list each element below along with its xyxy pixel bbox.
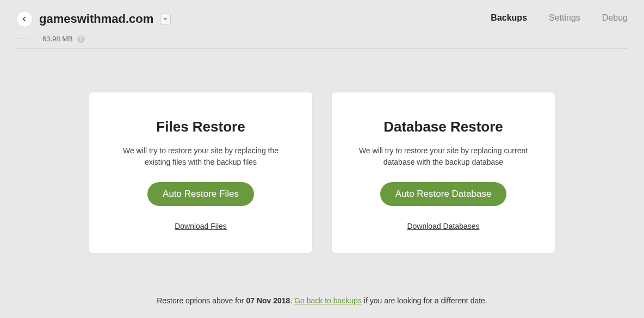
footer-note: Restore options above for 07 Nov 2018. G… bbox=[0, 275, 644, 318]
download-files-link[interactable]: Download Files bbox=[175, 222, 227, 230]
arrow-left-icon bbox=[21, 15, 28, 23]
download-databases-link[interactable]: Download Databases bbox=[407, 222, 479, 230]
nav-tabs: Backups Settings Debug bbox=[491, 13, 628, 25]
stub-line-icon bbox=[16, 39, 30, 39]
tab-backups[interactable]: Backups bbox=[491, 13, 527, 25]
chevron-down-icon bbox=[163, 17, 168, 21]
footer-post: if you are looking for a different date. bbox=[362, 296, 487, 305]
files-card-desc: We will try to restore your site by repl… bbox=[106, 145, 296, 168]
back-button[interactable] bbox=[16, 11, 33, 27]
auto-restore-files-button[interactable]: Auto Restore Files bbox=[147, 182, 254, 206]
go-back-to-backups-link[interactable]: Go back to backups bbox=[294, 296, 362, 305]
page-header: gameswithmad.com Backups Settings Debug bbox=[0, 0, 644, 27]
footer-sep: . bbox=[290, 296, 294, 305]
tab-debug[interactable]: Debug bbox=[602, 13, 628, 25]
cards-container: Files Restore We will try to restore you… bbox=[0, 49, 644, 275]
files-restore-card: Files Restore We will try to restore you… bbox=[89, 92, 312, 253]
tab-settings[interactable]: Settings bbox=[549, 13, 580, 25]
backup-size: 63.98 MB bbox=[42, 35, 73, 43]
site-title: gameswithmad.com bbox=[39, 12, 153, 26]
footer-date: 07 Nov 2018 bbox=[246, 296, 290, 305]
auto-restore-database-button[interactable]: Auto Restore Database bbox=[380, 182, 507, 206]
files-card-title: Files Restore bbox=[106, 119, 296, 135]
help-icon[interactable]: ? bbox=[77, 35, 85, 43]
database-card-title: Database Restore bbox=[348, 119, 538, 135]
header-left: gameswithmad.com bbox=[16, 11, 171, 27]
sub-header: 63.98 MB ? bbox=[16, 27, 628, 49]
database-restore-card: Database Restore We will try to restore … bbox=[332, 92, 555, 253]
site-dropdown-toggle[interactable] bbox=[160, 14, 171, 24]
database-card-desc: We will try to restore your site by repl… bbox=[348, 145, 538, 168]
footer-pre: Restore options above for bbox=[157, 296, 246, 305]
